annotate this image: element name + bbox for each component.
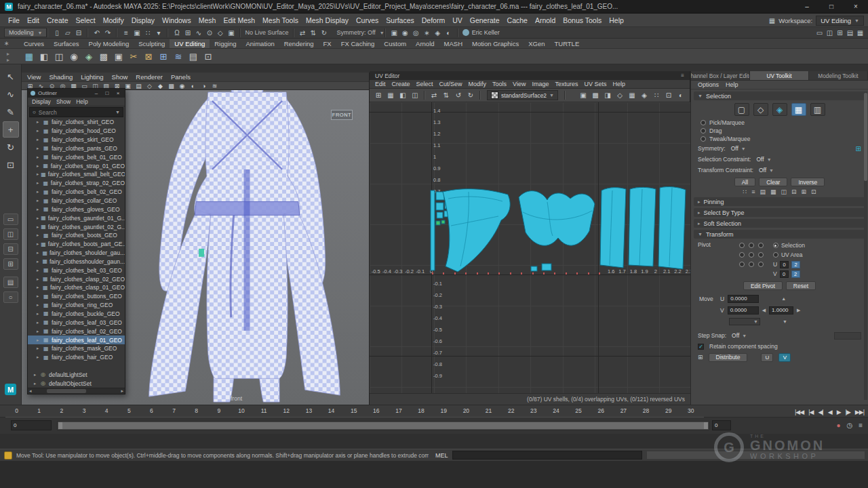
close-button[interactable]: ×	[844, 0, 868, 14]
menu-item[interactable]: Bonus Tools	[563, 16, 601, 24]
redo-icon[interactable]: ↷	[102, 28, 113, 38]
panel-layout-icon[interactable]: ▦	[855, 28, 865, 38]
expand-icon[interactable]: ▸	[37, 311, 41, 317]
menu-item[interactable]: Surfaces	[386, 16, 414, 24]
expand-icon[interactable]: ▸	[37, 346, 41, 351]
render-current-frame-icon[interactable]: ◉	[400, 28, 410, 38]
rotate-tool-icon[interactable]: ↻	[3, 139, 19, 155]
uv-editor-title-bar[interactable]: UV Editor ≡	[370, 71, 690, 80]
menu-item[interactable]: Mesh	[199, 16, 216, 24]
pivot-uv-area-radio[interactable]: UV Area	[773, 251, 805, 259]
toolkit-menu-item[interactable]: Help	[726, 81, 738, 88]
expand-icon[interactable]: ▸	[37, 198, 41, 203]
play-forwards-button[interactable]: ▶	[837, 409, 841, 415]
uv-values-icon[interactable]: ∷	[651, 90, 662, 101]
motion-blur-icon[interactable]: ≋	[210, 82, 219, 89]
select-adjacent-icon[interactable]: ⊡	[811, 188, 816, 195]
scale-tool-icon[interactable]: ⊡	[3, 157, 19, 173]
outliner-title-bar[interactable]: Outliner – □ ×	[28, 89, 125, 98]
snap-grid-icon[interactable]: ⊞	[182, 28, 193, 38]
shelf-gear-icon[interactable]: ∗	[4, 40, 9, 47]
step-back-key-button[interactable]: ◀|	[818, 409, 823, 415]
shelf-tab[interactable]: Animation	[241, 39, 279, 48]
expand-icon[interactable]: ▸	[37, 250, 40, 256]
outliner-item[interactable]: ▸ ▦ fairy_clothes_collar_GEO	[28, 197, 125, 205]
live-surface-status[interactable]: No Live Surface	[241, 29, 292, 36]
move-space-dropdown[interactable]: ▼	[729, 318, 760, 325]
pivot-v-field-1[interactable]: 0	[780, 270, 789, 278]
outliner-item[interactable]: ▸ ▦ fairy_clothes_boots_GEO	[28, 231, 125, 240]
expand-icon[interactable]: ▸	[37, 189, 41, 195]
move-u-field[interactable]: 0.0000	[728, 295, 759, 303]
outliner-item[interactable]: ▸ ▦ fairy_clothes_leaf_03_GEO	[28, 318, 125, 327]
viewport-menu-item[interactable]: Shading	[49, 73, 73, 81]
expand-icon[interactable]: ▸	[37, 128, 41, 134]
shelf-tab[interactable]: FX	[319, 39, 336, 48]
outliner-menu-item[interactable]: Display	[32, 98, 51, 105]
snap-plane-icon[interactable]: ◇	[215, 28, 225, 38]
ao-icon[interactable]: ◑	[199, 82, 208, 89]
retain-spacing-checkbox[interactable]: ✓	[698, 344, 704, 350]
outliner-close-button[interactable]: ×	[114, 90, 122, 96]
shelf-sew-uv-icon[interactable]: ⊠	[142, 50, 155, 62]
distribute-v-button[interactable]: V	[778, 353, 791, 362]
workspace-grid-icon[interactable]: ▦	[769, 17, 775, 24]
uv-editor-menu-item[interactable]: View	[513, 81, 526, 87]
move-step-field[interactable]: 1.0000	[769, 306, 793, 314]
expand-icon[interactable]: ▸	[37, 259, 40, 264]
expand-icon[interactable]: ▸	[34, 372, 39, 378]
shelf-camera-map-icon[interactable]: ▣	[113, 50, 125, 62]
expand-icon[interactable]: ▸	[37, 180, 41, 186]
shelf-automatic-map-icon[interactable]: ◈	[83, 50, 95, 62]
user-account-menu[interactable]: Eric Keller	[458, 29, 504, 36]
rotate-ccw-icon[interactable]: ↺	[453, 90, 464, 101]
shelf-tab[interactable]: Curves	[19, 39, 49, 48]
pivot-selection-radio[interactable]: Selection	[773, 241, 805, 249]
outliner-item[interactable]: ▸ ▦ fairy_clothes_shoulder_gau...	[28, 249, 125, 258]
lasso-tool-icon[interactable]: ∿	[3, 86, 19, 102]
outliner-item[interactable]: ▸ ▦ fairy_clothes_leaf_01_GEO	[28, 336, 125, 344]
range-bar[interactable]	[58, 422, 708, 429]
outliner-item[interactable]: ▸ ▦ fairy_clothes_strap_01_GEO	[28, 161, 125, 170]
shelf-tab[interactable]: Surfaces	[49, 39, 84, 48]
snap-point-icon[interactable]: ⊙	[204, 28, 214, 38]
outliner-item[interactable]: ▸ ▦ fairy_clothes_gloves_GEO	[28, 205, 125, 214]
uv-select-icon[interactable]: ▦	[791, 103, 806, 116]
expand-icon[interactable]: ▸	[37, 163, 41, 169]
shaded-display-icon[interactable]: ◆	[156, 82, 165, 89]
viewport-menu-item[interactable]: Show	[112, 73, 128, 81]
auto-key-icon[interactable]: ●	[836, 422, 840, 429]
settings-icon[interactable]: ≡	[859, 422, 863, 429]
shelf-tab[interactable]: MASH	[439, 39, 467, 48]
step-snap-dropdown[interactable]: Off▼	[732, 332, 747, 339]
edit-pivot-button[interactable]: Edit Pivot	[743, 281, 783, 290]
shelf-orient-shells-icon[interactable]: ⊡	[202, 50, 214, 62]
go-to-end-button[interactable]: ▶▶|	[855, 409, 864, 415]
tile-outline-icon[interactable]: ◫	[410, 90, 420, 101]
outliner-item[interactable]: ▸ ▦ fairy_clothes_leaf_02_GEO	[28, 327, 125, 336]
uv-editor-menu-item[interactable]: Tools	[492, 81, 507, 87]
search-input[interactable]: ○ Search ▼	[29, 107, 123, 117]
select-all-button[interactable]: All	[734, 178, 755, 186]
outliner-item[interactable]: ▸ ▦ fairy_clothes_boots_part_GE...	[28, 240, 125, 249]
expand-icon[interactable]: ▸	[37, 224, 39, 230]
range-handle-left[interactable]	[58, 422, 62, 429]
expand-icon[interactable]: ▸	[37, 268, 41, 273]
outliner-maximize-button[interactable]: □	[103, 90, 111, 96]
single-pane-icon[interactable]: ▭	[814, 28, 825, 38]
section-select-by-type[interactable]: ▸Select By Type	[694, 208, 865, 217]
uv-editor-menu-item[interactable]: Modify	[469, 81, 487, 87]
shelf-spherical-map-icon[interactable]: ◉	[68, 50, 80, 62]
shelf-tab[interactable]: Custom	[379, 39, 411, 48]
selection-mask-dropdown[interactable]: ▾	[153, 28, 163, 38]
range-track[interactable]	[57, 421, 709, 430]
zoom-tool-icon[interactable]: ○	[3, 291, 18, 303]
range-end-field[interactable]: 0	[712, 420, 731, 430]
shelf-tab[interactable]: Arnold	[411, 39, 439, 48]
rotate-cw-icon[interactable]: ↻	[465, 90, 476, 101]
outliner-item[interactable]: ▸ ▦ fairy_clothes_shirt_GEO	[28, 118, 125, 127]
expand-icon[interactable]: ▸	[37, 137, 41, 142]
go-to-start-button[interactable]: |◀◀	[795, 409, 804, 415]
save-scene-icon[interactable]: ⊟	[73, 28, 83, 38]
expand-icon[interactable]: ▸	[37, 232, 41, 238]
